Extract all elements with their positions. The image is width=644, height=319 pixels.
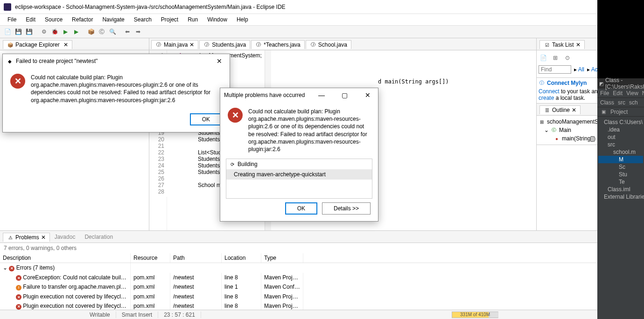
error-dialog-newtest: ◆ Failed to create project "newtest" ✕ ✕…: [2, 54, 230, 132]
package-explorer-tab[interactable]: 📦 Package Explorer ✕: [3, 40, 72, 49]
menu-source[interactable]: Source: [41, 15, 66, 24]
connect-link[interactable]: Connect: [539, 88, 560, 95]
error-icon: ✕: [228, 108, 243, 123]
window-title: eclipse-workspace - School-Managment-Sys…: [15, 4, 286, 10]
menu-edit[interactable]: Edit: [613, 90, 623, 97]
connect-mylyn-title[interactable]: Connect Mylyn: [547, 80, 587, 86]
table-row[interactable]: ✕ CoreException: Could not calculate bui…: [0, 273, 644, 283]
close-tab-icon[interactable]: ✕: [189, 42, 194, 48]
expand-icon[interactable]: ⌄: [544, 127, 549, 133]
tree-item[interactable]: Sc: [598, 163, 643, 171]
tree-item[interactable]: Stu: [598, 171, 643, 178]
close-tab-icon[interactable]: ✕: [572, 107, 576, 113]
open-type-icon[interactable]: 🔍: [108, 27, 117, 36]
progress-icon: ⟳: [229, 161, 236, 167]
find-input[interactable]: [539, 65, 571, 74]
menu-file[interactable]: File: [600, 90, 609, 97]
status-insert: Smart Insert: [116, 312, 158, 318]
debug-icon[interactable]: 🐞: [50, 27, 59, 36]
status-writable: Writable: [84, 312, 116, 318]
building-detail[interactable]: Creating maven-archetype-quickstart: [226, 169, 372, 180]
new-icon[interactable]: 📄: [3, 27, 12, 36]
build-icon[interactable]: ⚙: [39, 27, 49, 36]
back-icon[interactable]: ⬅: [123, 27, 132, 36]
intellij-project-tree[interactable]: Class C:\Users\ .idea out src school.m M…: [597, 117, 644, 202]
menu-window[interactable]: Window: [203, 15, 231, 24]
dialog-heading: Could not calculate build plan: Plugin: [248, 108, 371, 115]
tree-item[interactable]: Class C:\Users\: [598, 118, 643, 126]
close-tab-icon[interactable]: ✕: [63, 42, 68, 48]
minimize-icon[interactable]: —: [315, 91, 328, 99]
declaration-tab[interactable]: Declaration: [80, 234, 118, 240]
dialog-title: Multiple problems have occurred: [224, 92, 305, 98]
editor-tab-main[interactable]: ⒿMain.java✕: [151, 40, 198, 49]
menu-help[interactable]: Help: [233, 15, 252, 24]
project-label[interactable]: Project: [610, 109, 628, 115]
save-icon[interactable]: 💾: [14, 27, 23, 36]
problems-tab[interactable]: ⚠Problems✕: [3, 233, 50, 242]
menu-run[interactable]: Run: [184, 15, 202, 24]
all-filter[interactable]: ▸ All: [574, 66, 584, 73]
outline-tab[interactable]: ☰Outline✕: [539, 105, 581, 114]
focus-icon[interactable]: ⊙: [563, 53, 572, 62]
problems-group[interactable]: ⌄ ✕ Errors (7 items): [0, 263, 644, 273]
close-icon[interactable]: ✕: [213, 57, 226, 65]
javadoc-tab[interactable]: Javadoc: [50, 234, 80, 240]
menu-search[interactable]: Search: [130, 15, 155, 24]
menu-edit[interactable]: Edit: [22, 15, 39, 24]
dialog-heading: Could not calculate build plan: Plugin: [31, 74, 222, 81]
menu-refactor[interactable]: Refactor: [68, 15, 97, 24]
save-all-icon[interactable]: 💾: [24, 27, 34, 36]
maximize-icon[interactable]: ▢: [338, 91, 351, 99]
new-class-icon[interactable]: Ⓒ: [97, 27, 106, 36]
table-row[interactable]: ! Failure to transfer org.apache.maven.p…: [0, 282, 644, 292]
tree-item[interactable]: Te: [598, 178, 643, 186]
close-icon[interactable]: ✕: [361, 91, 374, 99]
tree-item[interactable]: src: [598, 141, 643, 148]
tree-item[interactable]: M: [598, 156, 643, 163]
tree-item[interactable]: school.m: [598, 148, 643, 156]
coverage-icon[interactable]: ▶: [71, 27, 81, 36]
categorize-icon[interactable]: ⊞: [551, 53, 560, 62]
crumb[interactable]: src: [618, 99, 625, 106]
status-position: 23 : 57 : 621: [158, 312, 201, 318]
ok-button[interactable]: OK: [190, 113, 222, 125]
intellij-window: ◩Class - [C:\Users\Raksh File Edit View …: [597, 0, 644, 319]
eclipse-logo-icon: ◆: [7, 58, 13, 64]
tree-item[interactable]: .idea: [598, 126, 643, 133]
error-dialog-multiple: Multiple problems have occurred — ▢ ✕ ✕ …: [220, 88, 378, 222]
menu-file[interactable]: File: [4, 15, 20, 24]
menu-navigate[interactable]: Navigate: [98, 15, 128, 24]
run-icon[interactable]: ▶: [61, 27, 70, 36]
new-package-icon[interactable]: 📦: [86, 27, 96, 36]
ok-button[interactable]: OK: [285, 202, 317, 215]
editor-tab-teachers[interactable]: Ⓙ*Teachers.java: [251, 40, 305, 49]
close-tab-icon[interactable]: ✕: [41, 234, 46, 241]
details-button[interactable]: Details >>: [322, 202, 371, 215]
task-list-tab[interactable]: ☑Task List✕: [539, 40, 585, 49]
crumb[interactable]: Class: [600, 99, 614, 106]
menu-navigate[interactable]: Navigate: [642, 90, 644, 97]
crumb[interactable]: sch: [629, 99, 638, 106]
package-icon: 📦: [7, 42, 14, 48]
tree-item[interactable]: out: [598, 133, 643, 141]
menu-project[interactable]: Project: [157, 15, 182, 24]
code-fragment: d main(String args[]): [378, 78, 449, 85]
table-row[interactable]: ✕ Plugin execution not covered by lifecy…: [0, 301, 644, 310]
tree-item[interactable]: External Libraries: [598, 193, 643, 201]
heap-status[interactable]: 331M of 410M: [452, 312, 498, 318]
window-titlebar: eclipse-workspace - School-Managment-Sys…: [0, 0, 644, 14]
eclipse-logo-icon: [4, 3, 11, 11]
menu-bar: File Edit Source Refactor Navigate Searc…: [0, 14, 644, 25]
editor-tab-school[interactable]: ⒿSchool.java: [306, 40, 351, 49]
problems-view: ⚠Problems✕ Javadoc Declaration ⚗ 7 error…: [0, 230, 644, 310]
menu-view[interactable]: View: [626, 90, 638, 97]
forward-icon[interactable]: ➡: [133, 27, 143, 36]
close-tab-icon[interactable]: ✕: [576, 42, 581, 48]
create-link[interactable]: create: [539, 95, 554, 101]
package-icon: ⊞: [539, 118, 545, 125]
new-task-icon[interactable]: 📄: [539, 53, 548, 62]
table-row[interactable]: ✕ Plugin execution not covered by lifecy…: [0, 292, 644, 302]
tree-item[interactable]: Class.iml: [598, 186, 643, 193]
editor-tab-students[interactable]: ⒿStudents.java: [199, 40, 250, 49]
